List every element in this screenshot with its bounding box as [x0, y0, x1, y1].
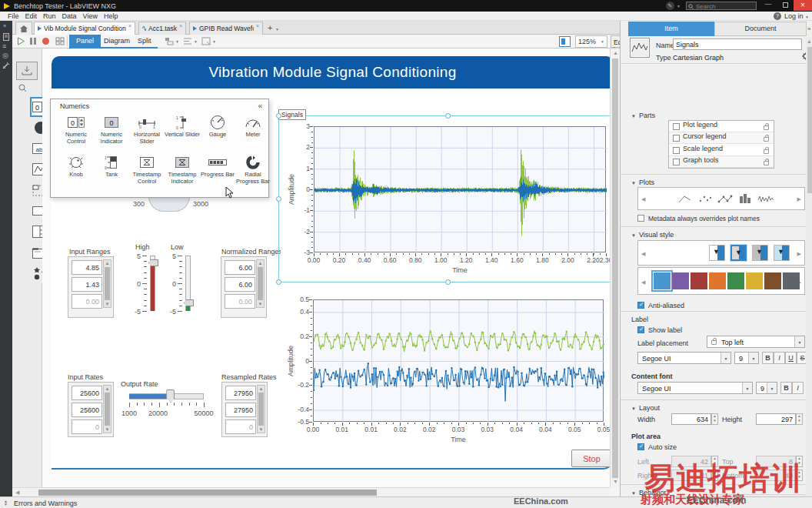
array-scrollbar[interactable]: ▲▼ — [103, 385, 111, 433]
parts-row-scale-legend[interactable]: Scale legend — [669, 145, 774, 156]
checkbox-icon[interactable] — [637, 326, 644, 333]
line-points-plot-icon[interactable] — [717, 194, 733, 206]
tools-rail-icon[interactable] — [2, 62, 10, 69]
titlebar-search-box[interactable]: Search — [686, 2, 757, 10]
color-swatch-4[interactable] — [727, 272, 744, 289]
input-ranges-array[interactable]: 4.851.430.00▲▼ — [68, 256, 114, 318]
selection-handle[interactable] — [445, 113, 451, 119]
array-element-input[interactable]: 27950 — [225, 403, 256, 417]
target-rail-icon[interactable]: ◎ — [2, 52, 8, 59]
collapse-triangle-icon[interactable]: ▼ — [631, 491, 636, 496]
array-scrollbar[interactable]: ▲▼ — [257, 385, 265, 433]
signals-graph-label[interactable]: Signals — [278, 109, 306, 120]
dropdown-caret-icon[interactable]: ▼ — [748, 353, 758, 363]
close-button[interactable]: × — [794, 0, 812, 11]
array-element-input[interactable]: 0.00 — [72, 294, 102, 309]
width-spinner[interactable]: ▲▼ — [711, 413, 718, 425]
numerics-item-meter[interactable]: Meter — [235, 113, 271, 152]
array-element-input[interactable]: 27950 — [225, 386, 256, 400]
array-element-input[interactable]: 4.85 — [72, 260, 102, 275]
section-header-layout[interactable]: ▼Layout — [631, 404, 660, 412]
array-element-input[interactable]: 25600 — [72, 403, 102, 417]
color-swatch-5[interactable] — [746, 272, 763, 289]
run-button[interactable] — [17, 37, 25, 45]
panel-canvas[interactable]: Vibration Module Signal Conditioning 300… — [42, 48, 610, 487]
scroll-down-icon[interactable]: ▼ — [257, 302, 264, 306]
slider-handle[interactable] — [166, 389, 175, 403]
content-font-dropdown[interactable]: Segoe UI▼ — [637, 382, 753, 394]
menu-help[interactable]: Help — [101, 12, 121, 20]
label-placement-dropdown[interactable]: Top left▼ — [707, 336, 805, 348]
color-swatch-7[interactable] — [783, 272, 800, 289]
palette-search-icon[interactable] — [18, 84, 27, 92]
collapse-palette-icon[interactable]: « — [258, 102, 262, 110]
font-bold-button[interactable]: B — [762, 352, 774, 364]
new-tab-button[interactable]: + — [268, 23, 272, 32]
collapse-triangle-icon[interactable]: ▼ — [631, 233, 636, 238]
scatter-plot-icon[interactable] — [698, 194, 712, 206]
scroll-up-icon[interactable]: ▲ — [613, 50, 618, 55]
label-font-size[interactable]: 9▼ — [734, 352, 759, 364]
scroll-down-icon[interactable]: ▼ — [613, 479, 618, 484]
section-header-parts[interactable]: ▼Parts — [631, 112, 655, 119]
style-thumbnail-0[interactable]: ▼ — [709, 245, 725, 261]
resampled-signals-graph[interactable]: 0.000.010.010.020.020.030.030.040.040.05… — [281, 282, 610, 445]
array-element-input[interactable]: 0 — [225, 419, 256, 434]
scrollbar-thumb[interactable] — [258, 267, 263, 300]
resampled-plot-area[interactable] — [313, 299, 604, 422]
checkbox-icon[interactable] — [637, 443, 644, 450]
scrollbar-thumb[interactable] — [38, 490, 377, 496]
restore-button[interactable] — [777, 2, 794, 11]
scrollbar-thumb[interactable] — [105, 393, 110, 426]
section-header-label[interactable]: Label — [631, 316, 648, 323]
array-element-input[interactable]: 25600 — [72, 386, 102, 400]
scrollbar-thumb[interactable] — [807, 47, 812, 193]
input-rates-array[interactable]: 25600256000▲▼ — [68, 382, 114, 437]
dropdown-caret-icon[interactable]: ▼ — [742, 383, 752, 393]
tab-split[interactable]: Split — [131, 35, 158, 47]
height-spinner[interactable]: ▲▼ — [796, 413, 803, 425]
font-italic-button[interactable]: I — [792, 382, 804, 394]
scroll-up-icon[interactable]: ▲ — [104, 386, 111, 391]
font-underline-button[interactable]: U — [785, 352, 797, 364]
pause-button[interactable] — [30, 38, 36, 46]
checkbox-icon[interactable] — [637, 302, 644, 309]
section-header-visual-style[interactable]: ▼Visual style — [631, 231, 674, 239]
height-input[interactable]: 297 — [756, 413, 796, 425]
numerics-item-knob[interactable]: Knob — [58, 153, 94, 192]
panel-preview-toggle[interactable] — [559, 36, 571, 47]
expand-errors-icon[interactable]: ▲▼ — [4, 500, 8, 506]
content-font-size[interactable]: 9▼ — [756, 382, 777, 394]
selection-handle[interactable] — [276, 196, 281, 202]
numerics-item-timestamp-indicator[interactable]: Timestamp Indicator — [165, 153, 200, 192]
scroll-right-icon[interactable]: ▶ — [797, 251, 801, 257]
menu-data[interactable]: Data — [59, 12, 80, 20]
checkbox-metadata-overrides[interactable]: Metadata always overrides plot names — [637, 215, 760, 222]
scroll-left-icon[interactable]: ◀ — [641, 196, 645, 202]
scroll-up-icon[interactable]: ▲ — [807, 38, 812, 44]
resize-items-button[interactable]: ▼ — [201, 37, 216, 45]
numerics-item-radial-progress-bar[interactable]: Radial Progress Bar — [235, 153, 271, 192]
unplaced-items-button[interactable] — [16, 62, 38, 80]
document-rail-icon[interactable] — [3, 33, 9, 41]
selection-handle[interactable] — [276, 113, 281, 119]
array-element-input[interactable]: 0 — [72, 419, 102, 434]
menu-run[interactable]: Run — [40, 12, 59, 20]
normalized-ranges-array[interactable]: 6.006.000.00▲▼ — [221, 256, 267, 318]
resampled-rates-array[interactable]: 27950279500▲▼ — [221, 382, 268, 437]
doc-tab-gpib-read[interactable]: GPIB Read Waveform.gvi × — [189, 22, 263, 35]
dropdown-caret-icon[interactable]: ▼ — [794, 336, 804, 347]
style-thumbnail-1[interactable]: ▼ — [730, 245, 747, 261]
checkbox-icon[interactable] — [637, 215, 644, 222]
scroll-left-icon[interactable]: ◀ — [641, 279, 645, 286]
array-element-input[interactable]: 0.00 — [225, 294, 255, 309]
stop-button[interactable]: Stop — [571, 450, 610, 467]
output-rate-slider[interactable]: 10002000050000 — [125, 387, 218, 422]
color-swatch-6[interactable] — [764, 272, 781, 289]
plots-style-scroller[interactable]: ◀▶ — [637, 187, 805, 210]
abort-button[interactable] — [42, 38, 49, 45]
canvas-horizontal-scrollbar[interactable]: ◀ — [12, 487, 610, 496]
dropdown-caret-icon[interactable]: ▼ — [767, 383, 777, 393]
array-scrollbar[interactable]: ▲▼ — [256, 259, 265, 308]
step-into-button[interactable] — [55, 37, 65, 45]
